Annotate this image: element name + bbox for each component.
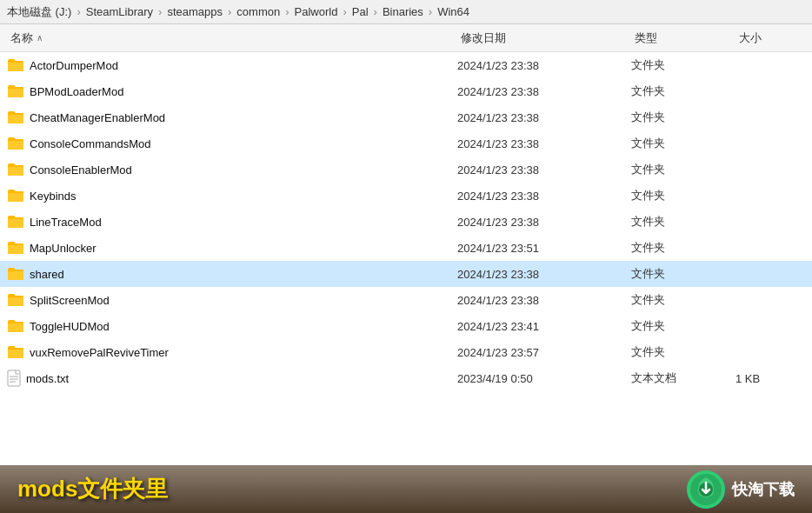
- col-header-size[interactable]: 大小: [735, 27, 805, 50]
- address-segment: Binaries: [383, 5, 423, 18]
- file-type: 文件夹: [631, 83, 735, 99]
- table-row[interactable]: ConsoleCommandsMod2024/1/23 23:38文件夹: [0, 130, 812, 157]
- table-row[interactable]: MapUnlocker2024/1/23 23:51文件夹: [0, 235, 812, 261]
- file-name-cell: ActorDumperMod: [7, 58, 457, 72]
- address-segment: common: [236, 5, 280, 18]
- table-row[interactable]: LineTraceMod2024/1/23 23:38文件夹: [0, 209, 812, 235]
- folder-icon: [7, 215, 24, 229]
- svg-rect-5: [8, 193, 23, 202]
- file-name-label: ConsoleEnablerMod: [30, 163, 132, 177]
- folder-icon: [7, 58, 24, 72]
- logo-icon: [687, 470, 725, 509]
- address-segment: SteamLibrary: [86, 5, 153, 18]
- col-header-name[interactable]: 名称 ∧: [7, 27, 457, 50]
- file-name-cell: CheatManagerEnablerMod: [7, 110, 457, 124]
- file-date: 2024/1/23 23:38: [457, 111, 631, 124]
- col-header-date[interactable]: 修改日期: [457, 27, 631, 50]
- table-row[interactable]: ActorDumperMod2024/1/23 23:38文件夹: [0, 52, 812, 78]
- svg-rect-12: [8, 370, 20, 386]
- file-type: 文件夹: [631, 162, 735, 177]
- path-separator: ›: [374, 5, 377, 18]
- file-name-cell: ConsoleEnablerMod: [7, 163, 457, 177]
- path-separator: ›: [228, 5, 231, 18]
- col-header-type[interactable]: 类型: [631, 27, 735, 50]
- folder-icon: [7, 319, 24, 333]
- file-date: 2024/1/23 23:38: [457, 85, 631, 98]
- file-name-cell: ToggleHUDMod: [7, 319, 457, 333]
- address-segment: 本地磁盘 (J:): [7, 4, 71, 20]
- table-row[interactable]: mods.txt2023/4/19 0:50文本文档1 KB: [0, 365, 812, 391]
- table-row[interactable]: vuxRemovePalReviveTimer2024/1/23 23:57文件…: [0, 339, 812, 365]
- svg-rect-10: [8, 323, 23, 332]
- file-name-label: CheatManagerEnablerMod: [30, 111, 165, 124]
- file-type: 文件夹: [631, 188, 735, 203]
- folder-icon: [7, 163, 24, 177]
- address-segment: steamapps: [167, 5, 223, 18]
- file-name-cell: SplitScreenMod: [7, 293, 457, 307]
- path-separator: ›: [77, 5, 80, 18]
- address-segment: Win64: [437, 5, 469, 18]
- address-bar: 本地磁盘 (J:) › SteamLibrary › steamapps › c…: [0, 0, 812, 24]
- folder-icon: [7, 293, 24, 307]
- file-date: 2024/1/23 23:38: [457, 59, 631, 72]
- table-row[interactable]: SplitScreenMod2024/1/23 23:38文件夹: [0, 287, 812, 313]
- address-segment: Palworld: [295, 5, 338, 18]
- bottom-overlay: mods文件夹里 快淘下载: [0, 465, 812, 513]
- path-separator: ›: [343, 5, 346, 18]
- file-name-label: BPModLoaderMod: [30, 85, 123, 98]
- file-name-cell: MapUnlocker: [7, 241, 457, 255]
- column-headers: 名称 ∧ 修改日期 类型 大小: [0, 24, 812, 52]
- table-row[interactable]: Keybinds2024/1/23 23:38文件夹: [0, 183, 812, 209]
- file-date: 2024/1/23 23:57: [457, 346, 631, 359]
- table-row[interactable]: shared2024/1/23 23:38文件夹: [0, 261, 812, 287]
- table-row[interactable]: ConsoleEnablerMod2024/1/23 23:38文件夹: [0, 157, 812, 183]
- brand-name: 快淘下载: [732, 479, 795, 500]
- file-date: 2024/1/23 23:38: [457, 216, 631, 229]
- file-name-label: Keybinds: [30, 190, 76, 203]
- svg-rect-3: [8, 141, 23, 150]
- file-explorer: 名称 ∧ 修改日期 类型 大小 ActorDumperMod2024/1/23 …: [0, 24, 812, 465]
- file-name-cell: LineTraceMod: [7, 215, 457, 229]
- folder-icon: [7, 241, 24, 255]
- svg-rect-9: [8, 297, 23, 306]
- file-type: 文件夹: [631, 344, 735, 360]
- svg-rect-4: [8, 167, 23, 176]
- file-date: 2024/1/23 23:38: [457, 163, 631, 177]
- table-row[interactable]: BPModLoaderMod2024/1/23 23:38文件夹: [0, 78, 812, 104]
- svg-rect-11: [8, 350, 23, 358]
- path-separator: ›: [429, 5, 432, 18]
- file-name-label: ActorDumperMod: [30, 59, 118, 72]
- svg-rect-8: [8, 271, 23, 280]
- folder-icon: [7, 137, 24, 150]
- file-date: 2024/1/23 23:38: [457, 137, 631, 150]
- file-name-label: shared: [30, 268, 64, 281]
- path-separator: ›: [158, 5, 162, 18]
- file-date: 2024/1/23 23:38: [457, 268, 631, 281]
- file-date: 2024/1/23 23:51: [457, 242, 631, 255]
- table-row[interactable]: ToggleHUDMod2024/1/23 23:41文件夹: [0, 313, 812, 339]
- file-name-cell: vuxRemovePalReviveTimer: [7, 345, 457, 359]
- folder-icon: [7, 345, 24, 359]
- file-name-label: LineTraceMod: [30, 216, 102, 229]
- file-date: 2024/1/23 23:41: [457, 320, 631, 333]
- file-type: 文本文档: [631, 370, 735, 386]
- file-name-cell: BPModLoaderMod: [7, 84, 457, 98]
- folder-icon: [7, 110, 24, 124]
- logo-area: 快淘下载: [687, 470, 795, 509]
- table-row[interactable]: CheatManagerEnablerMod2024/1/23 23:38文件夹: [0, 104, 812, 130]
- file-type: 文件夹: [631, 266, 735, 282]
- file-name-label: MapUnlocker: [30, 242, 97, 255]
- file-size: 1 KB: [735, 372, 805, 385]
- file-name-label: ConsoleCommandsMod: [30, 137, 150, 150]
- folder-icon: [7, 189, 24, 203]
- file-name-label: SplitScreenMod: [30, 294, 110, 307]
- svg-rect-0: [8, 63, 23, 71]
- file-type: 文件夹: [631, 214, 735, 230]
- file-type: 文件夹: [631, 292, 735, 308]
- file-type: 文件夹: [631, 136, 735, 151]
- file-type: 文件夹: [631, 110, 735, 125]
- sort-arrow-icon: ∧: [37, 33, 43, 43]
- file-name-cell: ConsoleCommandsMod: [7, 137, 457, 150]
- file-name-cell: Keybinds: [7, 189, 457, 203]
- file-name-label: vuxRemovePalReviveTimer: [30, 346, 169, 359]
